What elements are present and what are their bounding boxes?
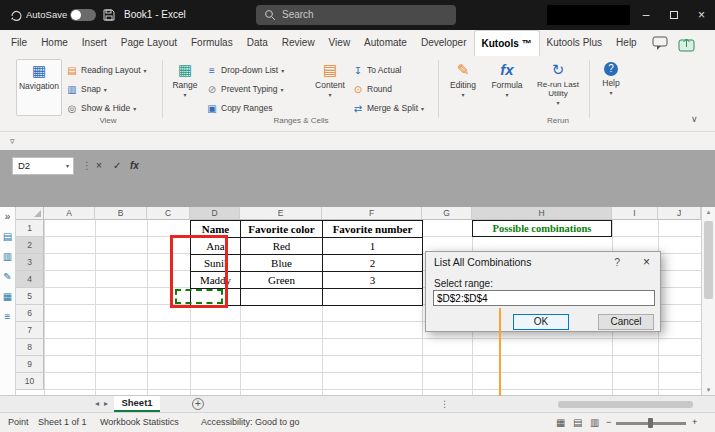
- row-header-2[interactable]: 2: [16, 237, 44, 254]
- scroll-up-icon[interactable]: ▴: [702, 208, 715, 216]
- row-header-1[interactable]: 1: [16, 220, 44, 237]
- col-header-J[interactable]: J: [658, 207, 701, 220]
- dialog-close-icon[interactable]: ×: [643, 255, 650, 269]
- reading-layout-button[interactable]: ▤ Reading Layout ▾: [66, 62, 147, 78]
- dropdown-list-button[interactable]: ≡ Drop-down List ▾: [206, 62, 284, 78]
- tab-review[interactable]: Review: [275, 30, 322, 56]
- name-box[interactable]: D2 ▾: [12, 157, 74, 175]
- cell-H1[interactable]: Possible combinations: [472, 220, 612, 237]
- col-header-G[interactable]: G: [422, 207, 472, 220]
- cell-F4[interactable]: 3: [323, 272, 423, 289]
- prevent-typing-button[interactable]: ⊘ Prevent Typing ▾: [206, 81, 284, 97]
- scroll-down-icon[interactable]: ▾: [702, 386, 715, 394]
- tab-kutools-plus[interactable]: Kutools Plus: [540, 30, 610, 56]
- col-header-E[interactable]: E: [240, 207, 322, 220]
- sheet-tab-sheet1[interactable]: Sheet1: [114, 396, 160, 412]
- workbook-pane-icon[interactable]: ▥: [3, 251, 12, 262]
- zoom-slider-knob[interactable]: [648, 418, 653, 428]
- tab-view[interactable]: View: [322, 30, 358, 56]
- page-break-view-icon[interactable]: ▥: [590, 413, 599, 432]
- tab-home[interactable]: Home: [34, 30, 75, 56]
- rerun-last-utility-button[interactable]: ↻ Re-run Last Utility ▾: [531, 59, 585, 116]
- col-header-D[interactable]: D: [190, 207, 240, 220]
- cancel-entry-icon[interactable]: ×: [96, 157, 102, 175]
- tab-file[interactable]: File: [4, 30, 34, 56]
- content-button[interactable]: ▤ Content ▾: [310, 59, 350, 116]
- vertical-scrollbar[interactable]: ▴ ▾: [701, 207, 715, 395]
- range-button[interactable]: ▦ Range ▾: [166, 59, 204, 116]
- col-header-B[interactable]: B: [95, 207, 147, 220]
- cell-F1[interactable]: Favorite number: [323, 221, 423, 238]
- col-header-H[interactable]: H: [472, 207, 612, 220]
- autosave-toggle[interactable]: [70, 9, 96, 21]
- col-header-C[interactable]: C: [147, 207, 190, 220]
- to-actual-button[interactable]: ↧ To Actual: [352, 62, 402, 78]
- col-header-I[interactable]: I: [612, 207, 658, 220]
- col-header-A[interactable]: A: [44, 207, 95, 220]
- select-all-corner[interactable]: [16, 207, 44, 220]
- prev-sheet-icon[interactable]: ◂: [95, 396, 99, 412]
- dialog-help-icon[interactable]: ?: [614, 256, 620, 268]
- expand-pane-icon[interactable]: »: [5, 211, 11, 222]
- workbook-statistics-button[interactable]: Workbook Statistics: [100, 413, 179, 432]
- select-range-input[interactable]: [433, 290, 655, 306]
- next-sheet-icon[interactable]: ▸: [104, 396, 108, 412]
- name-box-caret-icon[interactable]: ▾: [66, 158, 69, 174]
- help-button[interactable]: ? Help ▾: [593, 59, 629, 116]
- row-header-7[interactable]: 7: [16, 322, 44, 339]
- tab-data[interactable]: Data: [240, 30, 275, 56]
- accessibility-status[interactable]: Accessibility: Good to go: [201, 413, 300, 432]
- formula-button[interactable]: fx Formula ▾: [487, 59, 527, 116]
- ribbon-collapse-chevron-icon[interactable]: ∨: [691, 114, 698, 124]
- ok-button[interactable]: OK: [513, 314, 569, 330]
- tab-automate[interactable]: Automate: [357, 30, 414, 56]
- search-box[interactable]: Search: [256, 5, 456, 25]
- comments-icon[interactable]: [652, 36, 669, 51]
- zoom-in-button[interactable]: +: [692, 413, 697, 432]
- page-layout-view-icon[interactable]: ▤: [573, 413, 582, 432]
- row-header-10[interactable]: 10: [16, 373, 44, 390]
- add-sheet-button[interactable]: +: [192, 398, 204, 410]
- row-header-5[interactable]: 5: [16, 288, 44, 305]
- cell-F2[interactable]: 1: [323, 238, 423, 255]
- enter-entry-icon[interactable]: ✓: [113, 157, 121, 175]
- merge-split-button[interactable]: ⇄ Merge & Split ▾: [352, 100, 424, 116]
- maximize-button[interactable]: [660, 0, 688, 30]
- row-header-9[interactable]: 9: [16, 356, 44, 373]
- editing-button[interactable]: ✎ Editing ▾: [443, 59, 483, 116]
- show-hide-button[interactable]: ◎ Show & Hide ▾: [66, 100, 136, 116]
- cell-E2[interactable]: Red: [241, 238, 323, 255]
- copy-ranges-button[interactable]: ▣ Copy Ranges: [206, 100, 273, 116]
- row-header-6[interactable]: 6: [16, 305, 44, 322]
- cell-E1[interactable]: Favorite color: [241, 221, 323, 238]
- minimize-button[interactable]: –: [632, 0, 660, 30]
- tab-insert[interactable]: Insert: [75, 30, 114, 56]
- chart-pane-icon[interactable]: ▤: [3, 231, 12, 242]
- cancel-button[interactable]: Cancel: [598, 314, 654, 330]
- cell-E3[interactable]: Blue: [241, 255, 323, 272]
- columns-pane-icon[interactable]: ▦: [3, 291, 12, 302]
- tab-developer[interactable]: Developer: [414, 30, 474, 56]
- navigation-button[interactable]: ▦ Navigation: [16, 59, 62, 116]
- tab-page-layout[interactable]: Page Layout: [114, 30, 184, 56]
- round-button[interactable]: ⊙ Round: [352, 81, 392, 97]
- normal-view-icon[interactable]: ▦: [556, 413, 565, 432]
- zoom-out-button[interactable]: −: [606, 413, 611, 432]
- save-icon[interactable]: [102, 8, 116, 22]
- horizontal-scrollbar-thumb[interactable]: [558, 401, 693, 408]
- cell-E4[interactable]: Green: [241, 272, 323, 289]
- cell-F5[interactable]: [323, 289, 423, 306]
- close-button[interactable]: ×: [688, 0, 715, 30]
- vertical-scrollbar-thumb[interactable]: [704, 221, 713, 299]
- tab-help[interactable]: Help: [609, 30, 644, 56]
- snap-button[interactable]: ▥ Snap ▾: [66, 81, 107, 97]
- list-pane-icon[interactable]: ≡: [5, 311, 11, 322]
- tab-kutools[interactable]: Kutools ™: [474, 30, 540, 57]
- row-header-3[interactable]: 3: [16, 254, 44, 271]
- share-icon[interactable]: [678, 36, 698, 52]
- cell-E5[interactable]: [241, 289, 323, 306]
- kutools-navigation-strip[interactable]: » ▤ ▥ ✎ ▦ ≡: [0, 207, 16, 395]
- col-header-F[interactable]: F: [322, 207, 422, 220]
- insert-function-icon[interactable]: fx: [130, 157, 139, 175]
- cell-F3[interactable]: 2: [323, 255, 423, 272]
